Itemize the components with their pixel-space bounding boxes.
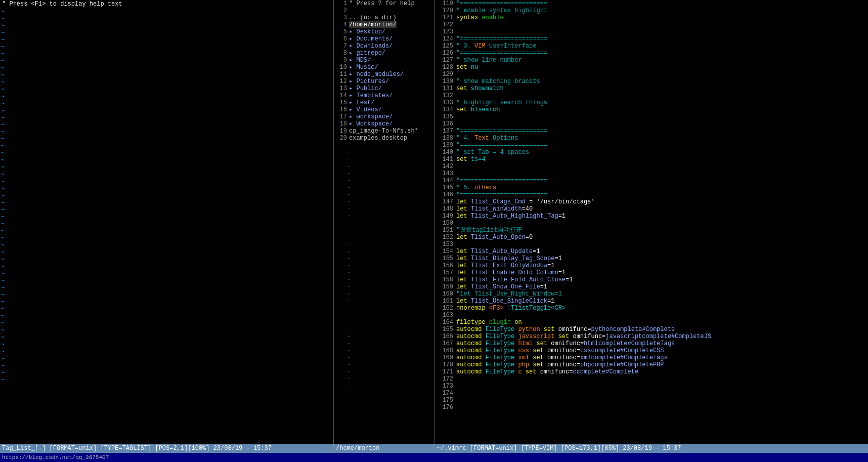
tilde-line: ~ bbox=[0, 22, 333, 29]
tilde-line: ~ bbox=[0, 249, 333, 256]
tilde-line: ~ bbox=[0, 277, 333, 284]
mid-pane-dash: - bbox=[334, 383, 435, 390]
tilde-line: ~ bbox=[0, 256, 333, 263]
editor-line: 156let Tlist_Exit_OnlyWindow=1 bbox=[435, 262, 868, 269]
editor-line: 153 bbox=[435, 241, 868, 248]
tilde-line: ~ bbox=[0, 270, 333, 277]
editor-content: 119"========================120" enable … bbox=[435, 0, 868, 444]
editor-line: 145" 5. others bbox=[435, 184, 868, 191]
file-browser-line: 20 examples.desktop bbox=[334, 135, 435, 142]
mid-pane-dash: - bbox=[334, 191, 435, 198]
file-browser-line[interactable]: 18▸ Workspace/ bbox=[334, 120, 435, 128]
pane-filebrowser: 1" Press ? for help23.. (up a dir)4/home… bbox=[334, 0, 435, 444]
mid-pane-dash: - bbox=[334, 177, 435, 184]
mid-pane-dash: - bbox=[334, 375, 435, 383]
editor-line: 127" show line number bbox=[435, 57, 868, 64]
file-browser-line: 4/home/morton/ bbox=[334, 21, 435, 28]
editor-line: 137"======================== bbox=[435, 128, 868, 135]
tilde-line: ~ bbox=[0, 185, 333, 192]
mid-pane-dash: - bbox=[334, 404, 435, 411]
editor-line: 129 bbox=[435, 71, 868, 78]
file-browser-line: 2 bbox=[334, 7, 435, 14]
mid-pane-dash: - bbox=[334, 227, 435, 234]
tilde-line: ~ bbox=[0, 192, 333, 199]
editor-line: 166autocmd FileType javascript set omnif… bbox=[435, 333, 868, 340]
mid-pane-dash: - bbox=[334, 198, 435, 205]
mid-pane-dash: - bbox=[334, 269, 435, 276]
mid-pane-dash: - bbox=[334, 333, 435, 340]
mid-pane-dash: - bbox=[334, 248, 435, 255]
mid-pane-dash: - bbox=[334, 142, 435, 149]
editor-line: 176 bbox=[435, 404, 868, 411]
tilde-line: ~ bbox=[0, 369, 333, 376]
file-browser-line[interactable]: 7▸ Downloads/ bbox=[334, 43, 435, 50]
editor-line: 149let Tlist_Auto_Highlight_Tag=1 bbox=[435, 213, 868, 220]
tilde-line: ~ bbox=[0, 121, 333, 129]
file-browser-line[interactable]: 10▸ Music/ bbox=[334, 64, 435, 71]
file-browser-line[interactable]: 13▸ Public/ bbox=[334, 85, 435, 92]
editor-line: 125" 3. VIM UserInterface bbox=[435, 43, 868, 50]
mid-pane-dash: - bbox=[334, 255, 435, 262]
tilde-line: ~ bbox=[0, 362, 333, 369]
file-browser-line[interactable]: 6▸ Documents/ bbox=[334, 35, 435, 43]
editor-line: 160"let Tlist_Use_Right_Window=1 bbox=[435, 290, 868, 298]
editor-line: 139"======================== bbox=[435, 142, 868, 149]
tilde-line: ~ bbox=[0, 65, 333, 72]
mid-pane-dash: - bbox=[334, 262, 435, 269]
tilde-line: ~ bbox=[0, 334, 333, 341]
editor-line: 141set ts=4 bbox=[435, 156, 868, 163]
tilde-line: ~ bbox=[0, 327, 333, 334]
editor-line: 121syntax enable bbox=[435, 14, 868, 21]
tilde-line: ~ bbox=[0, 214, 333, 221]
mid-pane-dash: - bbox=[334, 149, 435, 156]
editor-line: 168autocmd FileType css set omnifunc=css… bbox=[435, 347, 868, 354]
file-browser-line[interactable]: 15▸ test/ bbox=[334, 99, 435, 106]
tilde-line: ~ bbox=[0, 100, 333, 107]
file-browser-line[interactable]: 16▸ Videos/ bbox=[334, 106, 435, 113]
tilde-line: ~ bbox=[0, 143, 333, 150]
editor-line: 128set nu bbox=[435, 64, 868, 71]
bottom-url-bar: https://blog.csdn.net/qq_3675407 bbox=[0, 453, 868, 462]
editor-line: 171autocmd FileType c set omnifunc=ccomp… bbox=[435, 368, 868, 375]
mid-pane-dash: - bbox=[334, 283, 435, 290]
tilde-line: ~ bbox=[0, 157, 333, 164]
status-editor: ~/.vimrc [FORMAT=unix] [TYPE=VIM] [POS=1… bbox=[435, 444, 868, 453]
editor-line: 150 bbox=[435, 220, 868, 227]
url-text: https://blog.csdn.net/qq_3675407 bbox=[2, 454, 109, 460]
editor-line: 142 bbox=[435, 163, 868, 170]
file-browser-line[interactable]: 8▸ gitrepo/ bbox=[334, 50, 435, 57]
mid-pane-dash: - bbox=[334, 361, 435, 368]
file-browser-line[interactable]: 17▸ workspace/ bbox=[334, 113, 435, 120]
editor-line: 135 bbox=[435, 113, 868, 120]
file-browser-line[interactable]: 5▸ Desktop/ bbox=[334, 28, 435, 35]
file-browser-line[interactable]: 12▸ Pictures/ bbox=[334, 78, 435, 85]
tilde-line: ~ bbox=[0, 376, 333, 384]
editor-line: 132 bbox=[435, 92, 868, 99]
mid-pane-dash: - bbox=[334, 205, 435, 213]
pane-editor: 119"========================120" enable … bbox=[435, 0, 868, 444]
file-browser-line: 1" Press ? for help bbox=[334, 0, 435, 7]
editor-line: 158let Tlist_File_Fold_Auto_Close=1 bbox=[435, 276, 868, 283]
tilde-line: ~ bbox=[0, 242, 333, 249]
mid-pane-dash: - bbox=[334, 319, 435, 326]
file-browser-line[interactable]: 9▸ MDS/ bbox=[334, 57, 435, 64]
tilde-line: ~ bbox=[0, 235, 333, 242]
file-browser-line[interactable]: 14▸ Templates/ bbox=[334, 92, 435, 99]
editor-line: 146"======================== bbox=[435, 191, 868, 198]
editor-line: 155let Tlist_Display_Tag_Scope=1 bbox=[435, 255, 868, 262]
mid-pane-dash: - bbox=[334, 368, 435, 375]
editor-line: 170autocmd FileType php set omnifunc=php… bbox=[435, 361, 868, 368]
mid-pane-dash: - bbox=[334, 312, 435, 319]
tilde-line: ~ bbox=[0, 171, 333, 178]
file-browser-line[interactable]: 19 cp_image-To-Nfs.sh* bbox=[334, 128, 435, 135]
mid-pane-dash: - bbox=[334, 234, 435, 241]
taglist-header-text: " Press <F1> to display help text bbox=[2, 1, 122, 8]
tilde-line: ~ bbox=[0, 29, 333, 36]
editor-line: 130" show matching bracets bbox=[435, 78, 868, 85]
file-browser-line[interactable]: 11▸ node_modules/ bbox=[334, 71, 435, 78]
mid-pane-dash: - bbox=[334, 184, 435, 191]
tilde-line: ~ bbox=[0, 129, 333, 136]
editor-line: 174 bbox=[435, 390, 868, 397]
mid-pane-dash: - bbox=[334, 241, 435, 248]
tilde-line: ~ bbox=[0, 228, 333, 235]
